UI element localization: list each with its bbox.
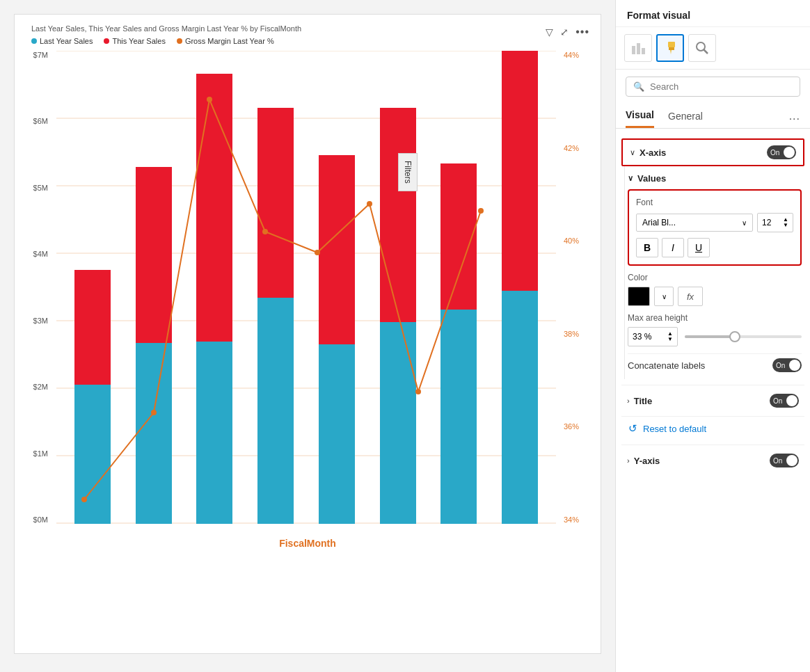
y-right-36: 36% [564,422,579,431]
bar-bottom-feb [136,343,172,524]
color-dropdown-btn[interactable]: ∨ [654,287,674,306]
legend-label-this-year: This Year Sales [112,37,165,45]
italic-button[interactable]: I [662,238,684,257]
bar-bottom-apr [257,298,294,524]
x-axis-toggle[interactable]: On [767,145,796,159]
visual-format-tab[interactable] [624,34,652,62]
format-tabs-row [616,27,810,70]
bar-top-jun [380,108,416,322]
y-label-4m: $4M [33,250,48,258]
tab-visual[interactable]: Visual [626,104,654,128]
bar-bottom-mar [196,342,232,524]
bar-top-jul [440,163,477,310]
title-chevron-right: › [627,397,630,405]
y-label-5m: $5M [33,184,48,192]
concatenate-labels-row: Concatenate labels On [628,353,802,376]
x-axis-label: X-axis [640,147,666,158]
tab-more-button[interactable]: ... [789,110,800,122]
title-section-header[interactable]: › Title On [621,390,804,412]
right-panel: Format visual [615,0,810,672]
y-right-34: 34% [564,515,579,524]
font-chevron-down: ∨ [742,219,747,227]
y-axis-stub-label: Y-axis [634,456,660,466]
legend-label-gross-margin: Gross Margin Last Year % [185,37,274,45]
legend-dot-this-year [104,38,109,44]
title-toggle[interactable]: On [770,394,799,408]
svg-rect-16 [632,46,635,54]
fx-button[interactable]: fx [678,287,703,306]
y-label-3m: $3M [33,317,48,325]
max-area-height-section: Max area height 33 % ▲ ▼ [628,313,802,346]
legend-dot-last-year [31,38,37,44]
x-axis-section-header[interactable]: ∨ X-axis On [621,138,804,166]
y-label-1m: $1M [33,449,48,458]
svg-rect-18 [642,48,645,54]
search-box[interactable]: 🔍 [626,77,800,97]
percent-input[interactable]: 33 % ▲ ▼ [628,327,678,346]
more-options-icon[interactable]: ••• [575,26,589,38]
x-axis-title: FiscalMonth [24,538,591,549]
bar-bottom-jun [380,322,416,524]
values-chevron: ∨ [628,174,633,183]
search-input[interactable] [650,81,793,92]
y-axis-section-header-stub[interactable]: › Y-axis On [621,449,804,472]
y-label-2m: $2M [33,383,48,391]
font-size-control[interactable]: 12 ▲ ▼ [757,213,793,232]
values-label: Values [637,173,666,184]
filter-icon[interactable]: ▽ [546,26,553,38]
svg-line-23 [704,49,708,54]
values-subsection: ∨ Values Font Arial Bl... ∨ 12 [624,166,804,379]
concatenate-toggle[interactable]: On [772,358,802,372]
bold-button[interactable]: B [636,238,658,257]
legend-item-last-year: Last Year Sales [31,37,93,45]
bar-group-mar [191,74,238,524]
reset-label: Reset to default [643,424,706,434]
filters-tab[interactable]: Filters [398,153,418,191]
bar-bottom-aug [502,291,538,524]
svg-rect-20 [669,47,674,50]
legend-item-gross-margin: Gross Margin Last Year % [177,37,274,45]
expand-icon[interactable]: ⤢ [560,26,569,38]
font-section: Font Arial Bl... ∨ 12 ▲ ▼ [628,189,802,266]
y-label-6m: $6M [33,117,48,125]
x-axis-chevron-down: ∨ [630,148,635,157]
bar-group-aug [496,51,543,524]
legend-dot-gross-margin [177,38,182,44]
bar-group-apr [252,108,299,524]
y-right-40: 40% [564,237,579,245]
bar-bottom-jul [440,310,477,524]
reset-button[interactable]: ↺ Reset to default [621,416,804,440]
font-family-value: Arial Bl... [642,218,676,227]
y-axis-left: $7M $6M $5M $4M $3M $2M $1M $0M [24,51,52,524]
percent-unit: % [644,332,652,342]
plot-area [56,51,556,524]
panel-content: ∨ X-axis On ∨ Values [616,129,810,672]
y-axis-section-stub: › Y-axis On [621,445,804,472]
font-family-select[interactable]: Arial Bl... ∨ [636,214,753,232]
bar-top-apr [257,108,294,298]
legend-item-this-year: This Year Sales [104,37,165,45]
bar-group-jul [435,163,482,524]
slider-thumb[interactable] [729,331,740,342]
color-label: Color [628,273,802,282]
title-section: › Title On [621,385,804,412]
y-right-44: 44% [564,51,579,59]
svg-marker-21 [670,50,672,54]
chart-controls: ▽ ⤢ ••• [546,26,589,38]
tab-general[interactable]: General [668,105,703,127]
bar-bottom-jan [74,385,111,524]
bar-group-feb [130,167,177,524]
panel-header: Format visual [616,0,810,27]
paint-format-tab[interactable] [656,34,684,62]
bar-bottom-may [319,344,355,524]
font-label: Font [636,198,793,207]
underline-button[interactable]: U [688,238,710,257]
bar-group-may [313,155,360,524]
color-swatch[interactable] [628,287,650,306]
analytics-format-tab[interactable] [688,34,716,62]
y-axis-stub-toggle[interactable]: On [770,454,799,467]
values-header[interactable]: ∨ Values [628,172,802,189]
slider-container[interactable] [685,330,802,344]
bar-top-feb [136,167,172,343]
bar-top-jan [74,270,111,385]
